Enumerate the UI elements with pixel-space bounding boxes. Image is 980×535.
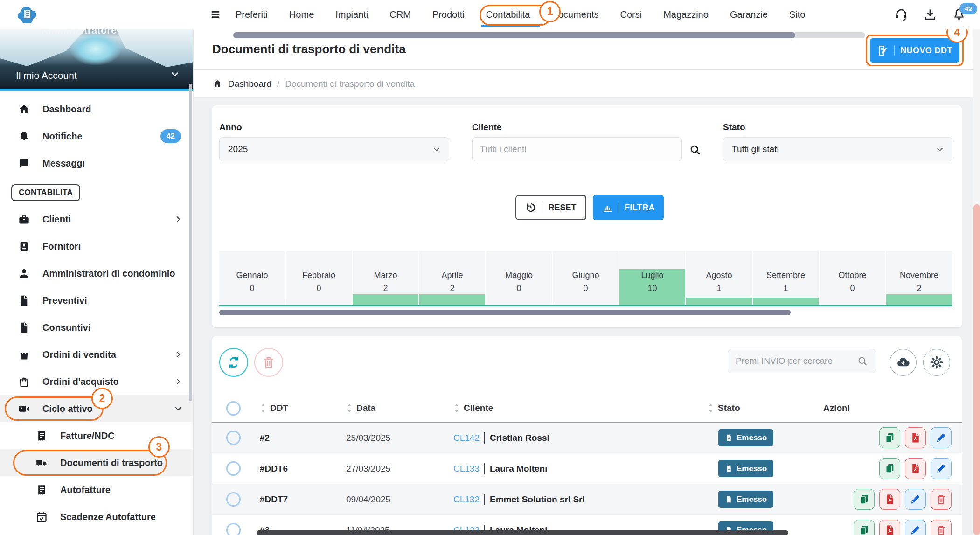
sidebar-item-autofatture[interactable]: Autofatture (0, 476, 193, 503)
settings-button[interactable] (923, 349, 950, 376)
hamburger-menu-icon[interactable] (209, 8, 222, 21)
month-cell-maggio[interactable]: Maggio0 (486, 251, 552, 305)
stato-select[interactable]: Tutti gli stati (723, 137, 952, 161)
cliente-input[interactable] (472, 137, 682, 161)
months-scrollbar-thumb[interactable] (219, 310, 791, 315)
headset-icon[interactable] (894, 7, 908, 21)
sidebar-item-ciclo-attivo[interactable]: Ciclo attivo2 (0, 395, 193, 422)
sidebar-item-messaggi[interactable]: Messaggi (0, 150, 193, 177)
month-cell-gennaio[interactable]: Gennaio0 (219, 251, 285, 305)
sidebar-item-documenti-di-trasporto[interactable]: Documenti di trasporto3 (0, 449, 193, 476)
trash-action-button[interactable] (931, 489, 952, 510)
chevron-down-icon (432, 145, 441, 154)
sidebar-scrollbar-thumb[interactable] (189, 84, 192, 401)
nav-item-crm[interactable]: CRM (389, 9, 411, 20)
search-icon[interactable] (689, 144, 701, 156)
filtra-button[interactable]: FILTRA (593, 195, 664, 220)
vertical-scrollbar-thumb[interactable] (973, 204, 980, 535)
nav-item-magazzino[interactable]: Magazzino (663, 9, 709, 20)
sort-icon[interactable] (346, 403, 353, 413)
home-icon[interactable] (212, 79, 222, 89)
nav-item-garanzie[interactable]: Garanzie (730, 9, 768, 20)
app-logo-icon[interactable] (17, 5, 37, 23)
sidebar-item-dashboard[interactable]: Dashboard (0, 96, 193, 123)
copy-action-button[interactable] (854, 520, 875, 535)
month-cell-giugno[interactable]: Giugno0 (553, 251, 619, 305)
month-cell-settembre[interactable]: Settembre1 (753, 251, 819, 305)
pdf-action-button[interactable] (879, 489, 900, 510)
trash-action-button[interactable] (931, 520, 952, 535)
month-cell-agosto[interactable]: Agosto1 (686, 251, 752, 305)
month-cell-ottobre[interactable]: Ottobre0 (820, 251, 885, 305)
download-icon[interactable] (923, 7, 937, 21)
copy-action-button[interactable] (854, 489, 875, 510)
pdf-action-button[interactable] (905, 458, 926, 479)
sidebar-item-preventivi[interactable]: Preventivi (0, 287, 193, 314)
nav-item-preferiti[interactable]: Preferiti (236, 9, 268, 20)
new-ddt-button[interactable]: NUOVO DDT (870, 38, 959, 63)
table-row[interactable]: #DDT709/04/2025CL132Emmet Solution srl S… (212, 484, 962, 515)
profile-header[interactable]: Amministratore Il mio Account (0, 29, 193, 89)
sidebar-item-notifiche[interactable]: Notifiche42 (0, 123, 193, 150)
pen-icon (935, 463, 947, 474)
nav-item-prodotti[interactable]: Prodotti (432, 9, 465, 20)
delete-selected-button[interactable] (254, 348, 283, 377)
month-cell-febbraio[interactable]: Febbraio0 (286, 251, 352, 305)
month-cell-luglio[interactable]: Luglio10 (619, 251, 685, 305)
nav-item-sito[interactable]: Sito (789, 9, 805, 20)
profile-account-label: Il mio Account (16, 70, 77, 81)
sidebar-item-consuntivi[interactable]: Consuntivi (0, 314, 193, 341)
row-checkbox[interactable] (226, 461, 241, 476)
column-header-ddt[interactable]: DDT (254, 403, 341, 413)
anno-select[interactable]: 2025 (219, 137, 449, 161)
row-checkbox[interactable] (226, 523, 241, 535)
sidebar-item-scadenze-autofatture[interactable]: Scadenze Autofatture (0, 503, 193, 530)
month-cell-marzo[interactable]: Marzo2 (353, 251, 418, 305)
reset-button[interactable]: RESET (515, 195, 586, 220)
copy-action-button[interactable] (879, 458, 900, 479)
breadcrumb-dashboard[interactable]: Dashboard (228, 79, 271, 89)
table-row[interactable]: #225/03/2025CL142Cristian RossiEmesso (212, 423, 962, 453)
pen-action-button[interactable] (905, 520, 926, 535)
row-checkbox[interactable] (226, 492, 241, 507)
status-label: Emesso (737, 495, 767, 504)
sidebar-item-amministratori-di-condominio[interactable]: Amministratori di condominio (0, 260, 193, 287)
account-chevron-down-icon[interactable] (170, 69, 180, 79)
sort-icon[interactable] (708, 403, 714, 413)
nav-item-home[interactable]: Home (289, 9, 314, 20)
pen-action-button[interactable] (931, 458, 952, 479)
nav-item-impianti[interactable]: Impianti (335, 9, 368, 20)
row-checkbox[interactable] (226, 431, 241, 445)
sidebar-item-label: Fornitori (42, 241, 81, 252)
anno-label: Anno (219, 122, 242, 132)
column-header-data[interactable]: Data (341, 403, 448, 413)
copy-action-button[interactable] (879, 427, 900, 448)
column-header-cliente[interactable]: Cliente (448, 403, 702, 413)
pdf-action-button[interactable] (879, 520, 900, 535)
sidebar-item-fornitori[interactable]: Fornitori (0, 233, 193, 260)
month-cell-novembre[interactable]: Novembre2 (886, 251, 952, 305)
sort-icon[interactable] (260, 403, 266, 413)
table-search-input[interactable] (728, 349, 876, 373)
nav-scrollbar-thumb[interactable] (233, 32, 795, 38)
cliente-code-link[interactable]: CL142 (453, 433, 480, 443)
cliente-code-link[interactable]: CL133 (453, 464, 480, 474)
sidebar-item-ordini-di-vendita[interactable]: Ordini di vendita (0, 341, 193, 368)
horizontal-scrollbar-thumb[interactable] (257, 530, 788, 535)
column-header-stato[interactable]: Stato (702, 403, 809, 413)
notifications-bell-icon[interactable]: 42 (952, 7, 966, 21)
sort-icon[interactable] (453, 403, 460, 413)
export-download-button[interactable] (890, 349, 917, 376)
sidebar-item-clienti[interactable]: Clienti (0, 206, 193, 233)
nav-item-corsi[interactable]: Corsi (620, 9, 642, 20)
select-all-checkbox[interactable] (226, 401, 241, 416)
refresh-button[interactable] (219, 348, 248, 377)
cliente-code-link[interactable]: CL132 (453, 494, 480, 505)
table-row[interactable]: #DDT627/03/2025CL133Laura MolteniEmesso (212, 453, 962, 484)
pdf-action-button[interactable] (905, 427, 926, 448)
pen-action-button[interactable] (931, 427, 952, 448)
nav-item-contabilita[interactable]: Contabilita1 (486, 9, 530, 20)
new-ddt-wrapper: NUOVO DDT 4 (870, 38, 959, 63)
pen-action-button[interactable] (905, 489, 926, 510)
month-cell-aprile[interactable]: Aprile2 (419, 251, 485, 305)
